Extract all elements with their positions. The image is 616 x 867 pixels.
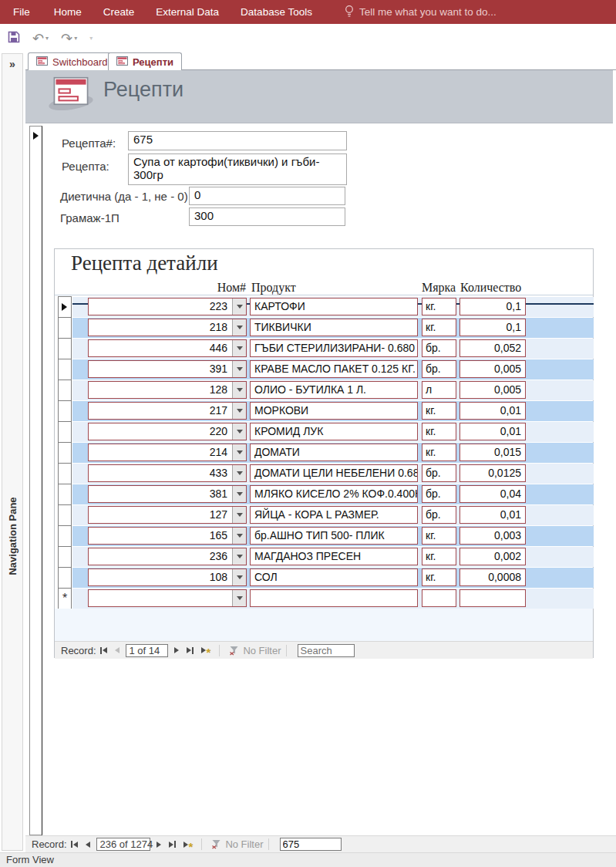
last-record-button[interactable] — [187, 647, 194, 654]
unit-field[interactable]: кг. — [422, 423, 456, 440]
row-selector[interactable] — [58, 484, 72, 505]
combo-dropdown-button[interactable] — [232, 486, 246, 502]
record-position-box[interactable]: 1 of 14 — [126, 644, 168, 657]
recipe-number-field[interactable]: 675 — [128, 131, 347, 150]
product-name-field[interactable]: КАРТОФИ — [250, 298, 418, 315]
product-name-field[interactable] — [250, 589, 418, 607]
main-search-input[interactable] — [280, 838, 342, 851]
combo-dropdown-button[interactable] — [232, 465, 246, 481]
quantity-field[interactable]: 0,01 — [459, 402, 526, 420]
product-number-combo[interactable] — [88, 589, 247, 607]
record-position-box[interactable]: 236 of 1274 — [96, 838, 150, 851]
next-record-button[interactable] — [157, 842, 161, 848]
undo-dropdown-icon[interactable]: ▾ — [45, 35, 49, 42]
tab-switchboard[interactable]: Switchboard — [28, 52, 116, 70]
product-name-field[interactable]: ЯЙЦА - КОРА L РАЗМЕР. — [250, 506, 418, 524]
quantity-field[interactable]: 0,005 — [459, 381, 526, 399]
new-record-selector[interactable]: * — [58, 588, 72, 609]
first-record-button[interactable] — [71, 841, 78, 848]
unit-field[interactable]: л — [422, 381, 456, 399]
qat-customize-icon[interactable]: ▾ — [89, 35, 93, 42]
quantity-field[interactable]: 0,01 — [459, 423, 526, 440]
product-number-combo[interactable]: 108 — [88, 568, 247, 586]
combo-dropdown-button[interactable] — [232, 340, 246, 356]
quantity-field[interactable]: 0,1 — [459, 298, 526, 315]
product-number-combo[interactable]: 381 — [88, 485, 247, 503]
quantity-field[interactable]: 0,052 — [459, 339, 526, 357]
unit-field[interactable]: кг. — [422, 402, 456, 420]
quantity-field[interactable]: 0,1 — [459, 319, 526, 336]
product-name-field[interactable]: КРАВЕ МАСЛО ПАКЕТ 0.125 КГ. — [250, 360, 418, 378]
combo-dropdown-button[interactable] — [232, 319, 246, 336]
ribbon-tab-database-tools[interactable]: Database Tools — [230, 0, 323, 24]
ribbon-tab-create[interactable]: Create — [93, 0, 146, 24]
no-filter-button[interactable]: No Filter — [225, 838, 263, 850]
product-number-combo[interactable]: 214 — [88, 444, 247, 461]
combo-dropdown-button[interactable] — [232, 382, 246, 398]
product-name-field[interactable]: ГЪБИ СТЕРИЛИЗИРАНИ- 0.680 К — [250, 339, 418, 357]
ribbon-tab-file[interactable]: File — [0, 0, 43, 24]
tell-me-box[interactable]: Tell me what you want to do... — [345, 5, 497, 20]
row-selector[interactable] — [58, 296, 72, 318]
navigation-pane-collapsed[interactable]: » Navigation Pane — [2, 53, 23, 851]
quantity-field[interactable]: 0,003 — [459, 527, 526, 545]
redo-icon[interactable]: ↷ — [61, 32, 72, 46]
row-selector[interactable] — [58, 442, 72, 464]
expand-pane-icon[interactable]: » — [2, 58, 22, 70]
combo-dropdown-button[interactable] — [232, 403, 246, 419]
product-name-field[interactable]: КРОМИД ЛУК — [250, 423, 418, 440]
product-name-field[interactable]: МОРКОВИ — [250, 402, 418, 420]
product-number-combo[interactable]: 220 — [88, 423, 247, 440]
unit-field[interactable]: кг. — [422, 568, 456, 586]
quantity-field[interactable]: 0,0008 — [459, 568, 526, 586]
product-name-field[interactable]: СОЛ — [250, 568, 418, 586]
no-filter-button[interactable]: No Filter — [243, 645, 281, 656]
unit-field[interactable]: кг. — [422, 527, 456, 545]
row-selector[interactable] — [58, 400, 72, 422]
unit-field[interactable]: кг. — [422, 298, 456, 315]
tab-recepti[interactable]: Рецепти — [108, 52, 182, 70]
quantity-field[interactable]: 0,01 — [459, 506, 526, 524]
previous-record-button[interactable] — [86, 842, 90, 848]
combo-dropdown-button[interactable] — [232, 507, 246, 523]
product-name-field[interactable]: МЛЯКО КИСЕЛО 2% КОФ.0.400К — [250, 485, 418, 503]
unit-field[interactable]: бр. — [422, 339, 456, 357]
product-name-field[interactable]: ДОМАТИ — [250, 444, 418, 461]
product-name-field[interactable]: МАГДАНОЗ ПРЕСЕН — [250, 548, 418, 565]
combo-dropdown-button[interactable] — [232, 423, 246, 440]
product-name-field[interactable]: ДОМАТИ ЦЕЛИ НЕБЕЛЕНИ 0.680 — [250, 464, 418, 482]
product-number-combo[interactable]: 128 — [88, 381, 247, 399]
product-name-field[interactable]: бр.АШНО ТИП 500- ПЛИК — [250, 527, 418, 545]
row-selector[interactable] — [58, 338, 72, 359]
unit-field[interactable]: бр. — [422, 485, 456, 503]
new-record-button[interactable]: * — [201, 647, 211, 653]
redo-dropdown-icon[interactable]: ▾ — [74, 35, 77, 42]
row-selector[interactable] — [58, 463, 72, 484]
row-selector[interactable] — [58, 525, 72, 547]
previous-record-button[interactable] — [115, 647, 119, 653]
next-record-button[interactable] — [174, 647, 179, 653]
product-name-field[interactable]: ТИКВИЧКИ — [250, 319, 418, 336]
new-record-button[interactable]: * — [183, 842, 194, 848]
product-number-combo[interactable]: 433 — [88, 464, 247, 482]
combo-dropdown-button[interactable] — [232, 444, 246, 460]
quantity-field[interactable]: 0,04 — [459, 485, 526, 503]
subform-search-input[interactable] — [298, 644, 355, 657]
save-icon[interactable] — [8, 31, 20, 46]
row-selector[interactable] — [58, 567, 72, 589]
recipe-name-field[interactable]: Супа от картофи(тиквички) и гъби- 300гр — [128, 153, 347, 185]
combo-dropdown-button[interactable] — [232, 569, 246, 585]
product-number-combo[interactable]: 446 — [88, 339, 247, 357]
row-selector[interactable] — [58, 317, 72, 339]
unit-field[interactable]: бр. — [422, 506, 456, 524]
grammage-field[interactable]: 300 — [189, 207, 345, 226]
quantity-field[interactable]: 0,0125 — [459, 464, 526, 482]
quantity-field[interactable]: 0,015 — [459, 444, 526, 461]
undo-icon[interactable]: ↶ — [32, 32, 44, 46]
product-number-combo[interactable]: 218 — [88, 319, 247, 336]
unit-field[interactable]: кг. — [422, 444, 456, 461]
product-number-combo[interactable]: 127 — [88, 506, 247, 524]
combo-dropdown-button[interactable] — [232, 548, 246, 565]
row-selector[interactable] — [58, 380, 72, 401]
ribbon-tab-home[interactable]: Home — [43, 0, 93, 24]
